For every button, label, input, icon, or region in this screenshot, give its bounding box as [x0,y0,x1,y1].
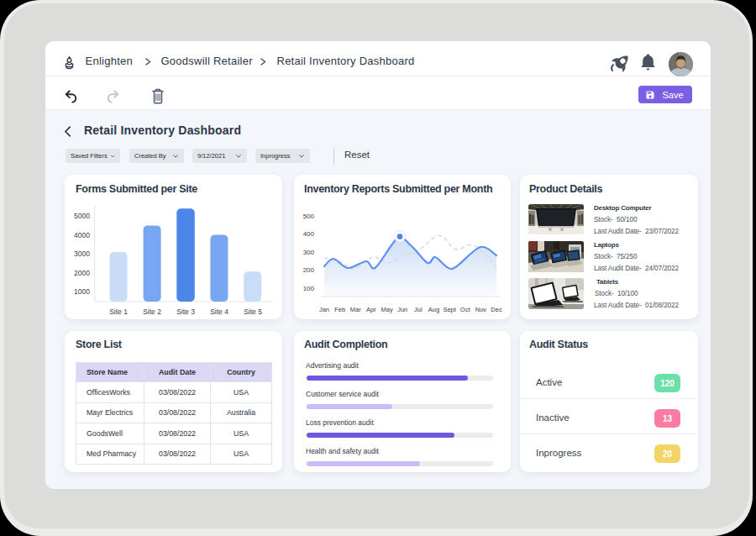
svg-text:400: 400 [303,230,315,238]
svg-text:Site 3: Site 3 [176,307,195,316]
svg-text:500: 500 [303,213,315,220]
svg-text:Jan: Jan [319,306,329,313]
svg-text:Site 2: Site 2 [143,307,161,316]
svg-text:1000: 1000 [74,287,90,296]
svg-text:4000: 4000 [74,231,90,239]
svg-text:Apr: Apr [366,306,376,313]
svg-text:Nov: Nov [475,306,487,313]
svg-text:300: 300 [303,249,315,256]
svg-text:Site 4: Site 4 [210,307,228,316]
svg-text:May: May [381,306,393,313]
svg-text:Jun: Jun [397,306,407,313]
svg-text:Mar: Mar [350,306,361,313]
svg-text:3000: 3000 [74,250,90,258]
svg-text:Site 1: Site 1 [109,307,128,316]
svg-text:2000: 2000 [74,269,90,277]
svg-text:Feb: Feb [334,306,345,313]
svg-text:100: 100 [303,285,315,292]
svg-text:Dec: Dec [491,306,502,313]
svg-text:Jul: Jul [414,306,423,313]
svg-text:Aug: Aug [428,306,439,313]
svg-text:Oct: Oct [460,306,471,313]
svg-text:200: 200 [303,266,315,274]
svg-text:Site 5: Site 5 [244,307,262,316]
svg-text:Sept: Sept [443,306,456,313]
svg-text:5000: 5000 [74,212,90,220]
